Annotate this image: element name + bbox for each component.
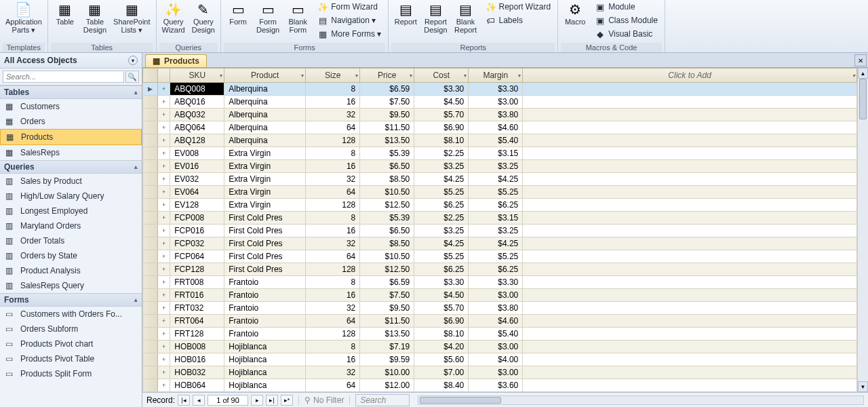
cell-sku[interactable]: EV064 bbox=[170, 186, 224, 199]
cell-sku[interactable]: FCP032 bbox=[170, 237, 224, 250]
ribbon-report-button[interactable]: ▤Report bbox=[391, 0, 420, 27]
table-row[interactable]: +FRT128Frantoio128$13.50$8.10$5.40 bbox=[143, 328, 857, 341]
record-last-button[interactable]: ▸| bbox=[266, 395, 278, 406]
row-selector[interactable] bbox=[143, 147, 158, 160]
cell-size[interactable]: 64 bbox=[306, 315, 360, 328]
cell-margin[interactable]: $4.60 bbox=[469, 315, 523, 328]
cell-cost[interactable]: $4.25 bbox=[414, 237, 469, 250]
table-row[interactable]: ▶+ABQ008Alberquina8$6.59$3.30$3.30 bbox=[143, 83, 857, 96]
cell-empty[interactable] bbox=[523, 173, 857, 186]
cell-margin[interactable]: $6.25 bbox=[469, 199, 523, 212]
ribbon-visual-basic-button[interactable]: ◆Visual Basic bbox=[591, 27, 662, 41]
cell-size[interactable]: 32 bbox=[306, 109, 360, 121]
record-first-button[interactable]: |◂ bbox=[178, 395, 190, 406]
cell-size[interactable]: 64 bbox=[306, 379, 360, 392]
nav-item-products-pivot-table[interactable]: ▭Products Pivot Table bbox=[0, 351, 142, 366]
cell-size[interactable]: 64 bbox=[306, 250, 360, 263]
cell-price[interactable]: $9.50 bbox=[360, 302, 414, 315]
expand-row-button[interactable]: + bbox=[158, 212, 170, 225]
chevron-up-icon[interactable]: ▴ bbox=[134, 89, 138, 96]
cell-empty[interactable] bbox=[523, 199, 857, 212]
cell-cost[interactable]: $5.25 bbox=[414, 186, 469, 199]
cell-price[interactable]: $11.50 bbox=[360, 121, 414, 134]
record-next-button[interactable]: ▸ bbox=[251, 395, 263, 406]
expand-row-button[interactable]: + bbox=[158, 121, 170, 134]
cell-product[interactable]: Alberquina bbox=[224, 134, 306, 147]
cell-margin[interactable]: $3.25 bbox=[469, 160, 523, 173]
row-selector[interactable] bbox=[143, 289, 158, 302]
ribbon-table-button[interactable]: ▦Table bbox=[51, 0, 79, 27]
cell-price[interactable]: $11.50 bbox=[360, 315, 414, 328]
cell-sku[interactable]: FCP016 bbox=[170, 225, 224, 237]
cell-empty[interactable] bbox=[523, 289, 857, 302]
cell-margin[interactable]: $3.00 bbox=[469, 96, 523, 109]
cell-cost[interactable]: $7.00 bbox=[414, 366, 469, 379]
cell-product[interactable]: Frantoio bbox=[224, 315, 306, 328]
nav-item-customers-with-orders-fo-[interactable]: ▭Customers with Orders Fo... bbox=[0, 307, 142, 322]
cell-margin[interactable]: $5.25 bbox=[469, 250, 523, 263]
row-selector[interactable] bbox=[143, 353, 158, 366]
cell-price[interactable]: $9.50 bbox=[360, 109, 414, 121]
cell-empty[interactable] bbox=[523, 366, 857, 379]
select-all-cell[interactable] bbox=[143, 69, 158, 83]
cell-product[interactable]: Hojiblanca bbox=[224, 379, 306, 392]
expand-row-button[interactable]: + bbox=[158, 379, 170, 392]
expand-row-button[interactable]: + bbox=[158, 134, 170, 147]
cell-product[interactable]: Frantoio bbox=[224, 328, 306, 341]
column-dropdown-icon[interactable]: ▾ bbox=[410, 73, 412, 79]
cell-cost[interactable]: $3.30 bbox=[414, 83, 469, 96]
cell-cost[interactable]: $8.10 bbox=[414, 328, 469, 341]
nav-item-products-pivot-chart[interactable]: ▭Products Pivot chart bbox=[0, 336, 142, 351]
click-to-add-column[interactable]: Click to Add▾ bbox=[523, 69, 857, 83]
cell-price[interactable]: $5.39 bbox=[360, 147, 414, 160]
cell-sku[interactable]: FRT032 bbox=[170, 302, 224, 315]
cell-product[interactable]: First Cold Pres bbox=[224, 225, 306, 237]
cell-price[interactable]: $6.59 bbox=[360, 276, 414, 289]
cell-size[interactable]: 16 bbox=[306, 289, 360, 302]
table-row[interactable]: +HOB032Hojiblanca32$10.00$7.00$3.00 bbox=[143, 366, 857, 379]
cell-margin[interactable]: $3.30 bbox=[469, 276, 523, 289]
table-row[interactable]: +FCP008First Cold Pres8$5.39$2.25$3.15 bbox=[143, 212, 857, 225]
cell-sku[interactable]: EV016 bbox=[170, 160, 224, 173]
cell-cost[interactable]: $4.50 bbox=[414, 96, 469, 109]
cell-product[interactable]: Frantoio bbox=[224, 302, 306, 315]
cell-cost[interactable]: $6.90 bbox=[414, 121, 469, 134]
cell-product[interactable]: Extra Virgin bbox=[224, 173, 306, 186]
column-header-margin[interactable]: Margin▾ bbox=[469, 69, 523, 83]
cell-sku[interactable]: FRT064 bbox=[170, 315, 224, 328]
cell-cost[interactable]: $4.20 bbox=[414, 341, 469, 353]
cell-sku[interactable]: ABQ016 bbox=[170, 96, 224, 109]
cell-sku[interactable]: EV128 bbox=[170, 199, 224, 212]
cell-size[interactable]: 128 bbox=[306, 134, 360, 147]
cell-cost[interactable]: $3.30 bbox=[414, 276, 469, 289]
record-position-input[interactable] bbox=[208, 395, 248, 406]
cell-size[interactable]: 32 bbox=[306, 173, 360, 186]
ribbon-labels-button[interactable]: 🏷Labels bbox=[481, 14, 555, 27]
row-selector[interactable] bbox=[143, 121, 158, 134]
cell-size[interactable]: 8 bbox=[306, 341, 360, 353]
row-selector[interactable] bbox=[143, 199, 158, 212]
row-selector[interactable] bbox=[143, 328, 158, 341]
expand-row-button[interactable]: + bbox=[158, 83, 170, 96]
expand-row-button[interactable]: + bbox=[158, 160, 170, 173]
vertical-scrollbar[interactable]: ▲ ▼ bbox=[857, 68, 868, 392]
cell-sku[interactable]: ABQ064 bbox=[170, 121, 224, 134]
cell-cost[interactable]: $2.25 bbox=[414, 212, 469, 225]
row-selector[interactable] bbox=[143, 276, 158, 289]
cell-size[interactable]: 128 bbox=[306, 199, 360, 212]
cell-cost[interactable]: $5.70 bbox=[414, 109, 469, 121]
cell-cost[interactable]: $4.25 bbox=[414, 173, 469, 186]
cell-empty[interactable] bbox=[523, 379, 857, 392]
nav-section-tables[interactable]: Tables▴ bbox=[0, 85, 142, 99]
cell-margin[interactable]: $3.00 bbox=[469, 289, 523, 302]
cell-product[interactable]: Alberquina bbox=[224, 109, 306, 121]
ribbon-blank-button[interactable]: ▭Blank Form bbox=[283, 0, 312, 35]
cell-sku[interactable]: FCP064 bbox=[170, 250, 224, 263]
cell-price[interactable]: $7.19 bbox=[360, 341, 414, 353]
cell-product[interactable]: Frantoio bbox=[224, 289, 306, 302]
cell-margin[interactable]: $4.25 bbox=[469, 173, 523, 186]
cell-size[interactable]: 16 bbox=[306, 160, 360, 173]
cell-sku[interactable]: ABQ008 bbox=[170, 83, 224, 96]
cell-margin[interactable]: $5.40 bbox=[469, 134, 523, 147]
cell-cost[interactable]: $5.25 bbox=[414, 250, 469, 263]
